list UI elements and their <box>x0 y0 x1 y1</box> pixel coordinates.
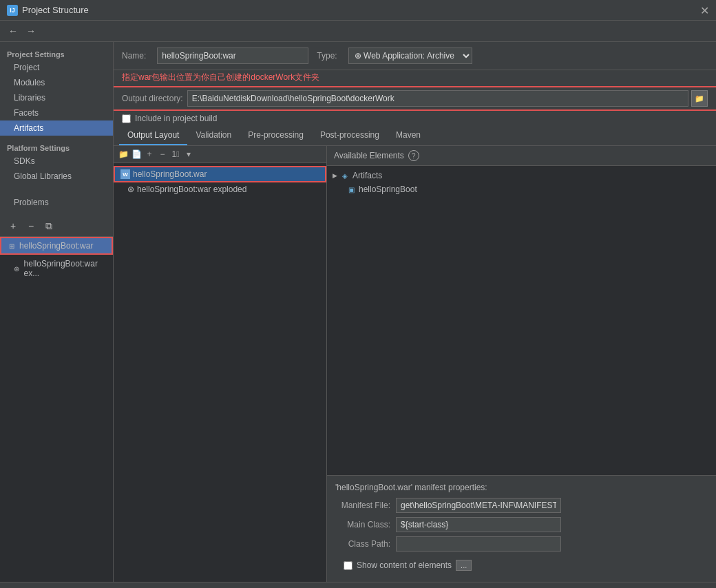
add-artifact-button[interactable]: + <box>6 218 21 233</box>
file-tree-area: 📁 📄 + − 1⃣ ▾ W helloSpringBoot.war ⊛ hel… <box>114 146 327 582</box>
tab-pre-processing[interactable]: Pre-processing <box>240 126 312 145</box>
file-tree-list: W helloSpringBoot.war ⊛ helloSpringBoot:… <box>114 163 326 582</box>
class-path-input[interactable] <box>396 536 561 552</box>
exploded-icon: ⊛ <box>12 264 21 273</box>
available-area: Available Elements ? ▶ ◈ Artifacts ▣ hel… <box>327 146 716 582</box>
sidebar-nav: Project Settings Project Modules Librari… <box>0 42 114 216</box>
sidebar-item-modules[interactable]: Modules <box>0 75 113 90</box>
sidebar-item-project[interactable]: Project <box>0 60 113 75</box>
exploded-file-label: helloSpringBoot:war exploded <box>137 185 246 194</box>
platform-settings-title: Platform Settings <box>0 141 113 154</box>
type-label: Type: <box>317 51 337 61</box>
exploded-file-icon: ⊛ <box>127 185 134 194</box>
tab-output-layout[interactable]: Output Layout <box>119 126 187 145</box>
sidebar-item-artifacts[interactable]: Artifacts <box>0 120 113 136</box>
output-dir-label: Output directory: <box>122 94 183 103</box>
tree-num-icon: 1⃣ <box>170 149 181 160</box>
expand-triangle: ▶ <box>333 172 337 179</box>
class-path-label: Class Path: <box>335 539 390 549</box>
module-avail-icon: ▣ <box>346 185 356 194</box>
artifact-avail-icon: ◈ <box>340 171 350 180</box>
sidebar-item-sdks[interactable]: SDKs <box>0 154 113 169</box>
file-item-war[interactable]: W helloSpringBoot.war <box>114 166 326 182</box>
title-bar: IJ Project Structure ✕ <box>0 0 716 21</box>
project-settings-title: Project Settings <box>0 48 113 60</box>
remove-artifact-button[interactable]: − <box>23 218 39 233</box>
include-row: Include in project build <box>114 111 716 126</box>
nav-toolbar: ← → <box>0 21 716 42</box>
main-class-input[interactable] <box>396 517 561 532</box>
tab-maven[interactable]: Maven <box>388 126 429 145</box>
artifact-list: ⊞ helloSpringBoot:war ⊛ helloSpringBoot:… <box>0 237 113 582</box>
class-path-field: Class Path: <box>335 536 708 552</box>
tab-validation[interactable]: Validation <box>187 126 240 145</box>
file-item-exploded[interactable]: ⊛ helloSpringBoot:war exploded <box>114 182 326 196</box>
artifact-war-exploded-label: helloSpringBoot:war ex... <box>24 259 106 278</box>
type-select[interactable]: ⊕ Web Application: Archive Web Applicati… <box>348 48 472 64</box>
sidebar-item-global-libraries[interactable]: Global Libraries <box>0 169 113 184</box>
tree-file-icon[interactable]: 📄 <box>131 149 142 160</box>
app-icon: IJ <box>7 5 18 16</box>
artifact-list-toolbar: + − ⧉ <box>0 216 113 237</box>
available-elements-title: Available Elements <box>334 151 404 160</box>
artifact-item-war-exploded[interactable]: ⊛ helloSpringBoot:war ex... <box>0 255 113 282</box>
help-icon[interactable]: ? <box>408 150 419 161</box>
close-button[interactable]: ✕ <box>700 3 709 17</box>
main-class-field: Main Class: <box>335 517 708 532</box>
main-container: Project Settings Project Modules Librari… <box>0 42 716 582</box>
manifest-file-input[interactable] <box>396 498 561 513</box>
manifest-file-label: Manifest File: <box>335 501 390 510</box>
output-dir-input[interactable] <box>187 90 688 107</box>
avail-module-label: helloSpringBoot <box>359 185 417 194</box>
war-file-icon: W <box>120 169 130 179</box>
name-type-row: Name: Type: ⊕ Web Application: Archive W… <box>114 42 716 70</box>
artifact-war-label: helloSpringBoot:war <box>19 241 93 251</box>
right-panel: Name: Type: ⊕ Web Application: Archive W… <box>114 42 716 582</box>
main-class-label: Main Class: <box>335 520 390 529</box>
forward-button[interactable]: → <box>23 23 39 39</box>
tree-folder-icon[interactable]: 📁 <box>118 149 129 160</box>
tree-dropdown-icon[interactable]: ▾ <box>183 149 194 160</box>
tree-add-icon[interactable]: + <box>144 149 155 160</box>
output-dir-row: Output directory: 📁 <box>114 86 716 111</box>
avail-artifacts-label: Artifacts <box>352 171 382 180</box>
manifest-title: 'helloSpringBoot.war' manifest propertie… <box>335 483 708 492</box>
left-sidebar: Project Settings Project Modules Librari… <box>0 42 114 582</box>
artifact-item-war[interactable]: ⊞ helloSpringBoot:war <box>0 237 113 255</box>
sidebar-item-facets[interactable]: Facets <box>0 105 113 120</box>
show-content-label: Show content of elements <box>357 560 452 570</box>
sidebar-item-libraries[interactable]: Libraries <box>0 90 113 105</box>
war-file-label: helloSpringBoot.war <box>133 169 207 179</box>
tab-post-processing[interactable]: Post-processing <box>312 126 388 145</box>
manifest-area: 'helloSpringBoot.war' manifest propertie… <box>327 475 716 582</box>
tree-remove-icon[interactable]: − <box>157 149 168 160</box>
avail-item-artifacts[interactable]: ▶ ◈ Artifacts <box>333 169 710 182</box>
avail-item-helloSpringBoot[interactable]: ▣ helloSpringBoot <box>333 182 710 196</box>
include-checkbox[interactable] <box>122 114 131 123</box>
name-label: Name: <box>122 51 146 61</box>
sidebar-item-problems[interactable]: Problems <box>0 195 113 210</box>
include-label: Include in project build <box>135 114 217 123</box>
show-content-row: Show content of elements ... <box>335 556 708 575</box>
dots-button[interactable]: ... <box>456 560 472 571</box>
file-tree-toolbar: 📁 📄 + − 1⃣ ▾ <box>114 146 326 163</box>
tabs-bar: Output Layout Validation Pre-processing … <box>114 126 716 146</box>
manifest-file-field: Manifest File: <box>335 498 708 513</box>
window-title: Project Structure <box>22 5 89 15</box>
bottom-bar: OK Cancel Apply <box>0 582 716 588</box>
war-icon: ⊞ <box>7 241 17 251</box>
content-area: 📁 📄 + − 1⃣ ▾ W helloSpringBoot.war ⊛ hel… <box>114 146 716 582</box>
available-tree: ▶ ◈ Artifacts ▣ helloSpringBoot <box>327 166 716 475</box>
name-input[interactable] <box>157 48 308 64</box>
back-button[interactable]: ← <box>6 23 21 39</box>
show-content-checkbox[interactable] <box>344 561 352 570</box>
copy-artifact-button[interactable]: ⧉ <box>41 218 56 233</box>
available-header: Available Elements ? <box>327 146 716 166</box>
browse-button[interactable]: 📁 <box>691 90 708 107</box>
annotation-text: 指定war包输出位置为你自己创建的dockerWork文件夹 <box>114 70 716 86</box>
